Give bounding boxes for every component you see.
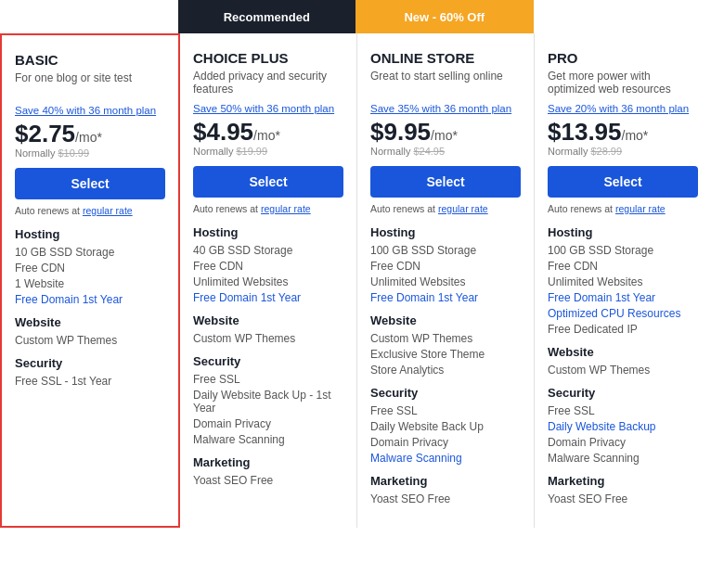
feature-category: Security <box>193 354 343 368</box>
feature-category: Hosting <box>193 225 343 239</box>
normally-price: Normally $24.95 <box>370 146 521 157</box>
feature-item: Custom WP Themes <box>193 332 343 345</box>
plan-col-basic: BASICFor one blog or site testSave 40% w… <box>0 33 180 528</box>
feature-item: Domain Privacy <box>193 417 343 430</box>
feature-item: 100 GB SSD Storage <box>370 244 521 257</box>
features-section: SecurityFree SSL - 1st Year <box>15 356 165 388</box>
price-display: $13.95/mo* <box>548 120 698 144</box>
feature-category: Website <box>370 313 521 327</box>
feature-item: Yoast SEO Free <box>193 474 343 487</box>
feature-category: Hosting <box>370 225 521 239</box>
feature-category: Security <box>15 356 165 370</box>
feature-item: Malware Scanning <box>548 452 698 465</box>
feature-category: Hosting <box>15 227 165 241</box>
feature-item: 100 GB SSD Storage <box>548 244 698 257</box>
plan-col-pro: PROGet more power with optimized web res… <box>535 33 711 528</box>
feature-category: Website <box>548 345 698 359</box>
features-section: MarketingYoast SEO Free <box>193 455 343 487</box>
feature-item: Free Domain 1st Year <box>193 291 343 304</box>
save-link[interactable]: Save 35% with 36 month plan <box>370 103 521 114</box>
feature-item: 1 Website <box>15 277 165 290</box>
feature-item: Free CDN <box>370 260 521 273</box>
feature-item: Free Domain 1st Year <box>370 291 521 304</box>
feature-item: Custom WP Themes <box>370 332 521 345</box>
feature-item: Free CDN <box>15 262 165 275</box>
feature-item: Free Dedicated IP <box>548 323 698 336</box>
feature-category: Website <box>15 315 165 329</box>
banner-none-0 <box>0 0 178 33</box>
banner-dark-1: Recommended <box>178 0 356 33</box>
normally-price: Normally $19.99 <box>193 146 343 157</box>
feature-item: Daily Website Back Up <box>370 420 521 433</box>
feature-item: Free SSL <box>193 373 343 386</box>
normally-price: Normally $10.99 <box>15 147 165 159</box>
select-button[interactable]: Select <box>370 166 521 198</box>
plan-name: ONLINE STORE <box>370 50 521 66</box>
save-link[interactable]: Save 50% with 36 month plan <box>193 103 343 114</box>
feature-item: Free SSL - 1st Year <box>15 375 165 388</box>
features-section: Hosting100 GB SSD StorageFree CDNUnlimit… <box>370 225 521 304</box>
auto-renews: Auto renews at regular rate <box>548 203 698 214</box>
feature-item: Unlimited Websites <box>193 275 343 288</box>
plan-desc: Get more power with optimized web resour… <box>548 70 698 96</box>
feature-category: Security <box>548 386 698 400</box>
auto-renews: Auto renews at regular rate <box>15 205 165 216</box>
features-section: SecurityFree SSLDaily Website BackupDoma… <box>548 386 698 465</box>
features-section: Hosting100 GB SSD StorageFree CDNUnlimit… <box>548 225 698 336</box>
plan-col-online-store: ONLINE STOREGreat to start selling onlin… <box>357 33 535 528</box>
select-button[interactable]: Select <box>548 166 698 198</box>
feature-item: 10 GB SSD Storage <box>15 246 165 259</box>
feature-item: Daily Website Backup <box>548 420 698 433</box>
regular-rate-link[interactable]: regular rate <box>438 203 488 214</box>
auto-renews: Auto renews at regular rate <box>370 203 521 214</box>
price-display: $9.95/mo* <box>370 120 521 144</box>
feature-item: Free CDN <box>548 260 698 273</box>
plan-desc: For one blog or site test <box>15 71 165 97</box>
plan-name: PRO <box>548 50 698 66</box>
feature-category: Marketing <box>193 455 343 469</box>
features-section: Hosting40 GB SSD StorageFree CDNUnlimite… <box>193 225 343 304</box>
feature-item: Yoast SEO Free <box>548 492 698 505</box>
feature-item: Yoast SEO Free <box>370 492 521 505</box>
feature-category: Security <box>370 386 521 400</box>
plan-desc: Great to start selling online <box>370 70 521 96</box>
auto-renews: Auto renews at regular rate <box>193 203 343 214</box>
feature-item: Custom WP Themes <box>15 334 165 347</box>
feature-item: Store Analytics <box>370 364 521 377</box>
feature-item: Custom WP Themes <box>548 364 698 377</box>
banner-none-3 <box>534 0 712 33</box>
banner-gold-2: New - 60% Off <box>356 0 534 33</box>
features-section: MarketingYoast SEO Free <box>548 474 698 505</box>
features-section: WebsiteCustom WP Themes <box>15 315 165 347</box>
feature-category: Marketing <box>548 474 698 488</box>
feature-category: Marketing <box>370 474 521 488</box>
features-section: SecurityFree SSLDaily Website Back UpDom… <box>370 386 521 465</box>
feature-item: Optimized CPU Resources <box>548 307 698 320</box>
features-section: Hosting10 GB SSD StorageFree CDN1 Websit… <box>15 227 165 306</box>
feature-item: Free SSL <box>370 404 521 417</box>
plan-name: BASIC <box>15 52 165 68</box>
feature-category: Hosting <box>548 225 698 239</box>
features-section: WebsiteCustom WP ThemesExclusive Store T… <box>370 313 521 377</box>
save-link[interactable]: Save 20% with 36 month plan <box>548 103 698 114</box>
plan-col-choice-plus: CHOICE PLUSAdded privacy and security fe… <box>180 33 357 528</box>
feature-item: Daily Website Back Up - 1st Year <box>193 389 343 415</box>
select-button[interactable]: Select <box>15 168 165 199</box>
feature-item: Free SSL <box>548 404 698 417</box>
feature-item: Unlimited Websites <box>370 275 521 288</box>
regular-rate-link[interactable]: regular rate <box>615 203 666 214</box>
price-display: $2.75/mo* <box>15 121 165 146</box>
feature-item: Free CDN <box>193 260 343 273</box>
plan-desc: Added privacy and security features <box>193 70 343 96</box>
save-link[interactable]: Save 40% with 36 month plan <box>15 105 165 116</box>
feature-item: Malware Scanning <box>193 433 343 446</box>
regular-rate-link[interactable]: regular rate <box>83 205 133 216</box>
features-section: MarketingYoast SEO Free <box>370 474 521 505</box>
select-button[interactable]: Select <box>193 166 343 198</box>
feature-item: Domain Privacy <box>370 436 521 449</box>
regular-rate-link[interactable]: regular rate <box>261 203 311 214</box>
feature-category: Website <box>193 313 343 327</box>
feature-item: Malware Scanning <box>370 452 521 465</box>
feature-item: 40 GB SSD Storage <box>193 244 343 257</box>
feature-item: Exclusive Store Theme <box>370 348 521 361</box>
